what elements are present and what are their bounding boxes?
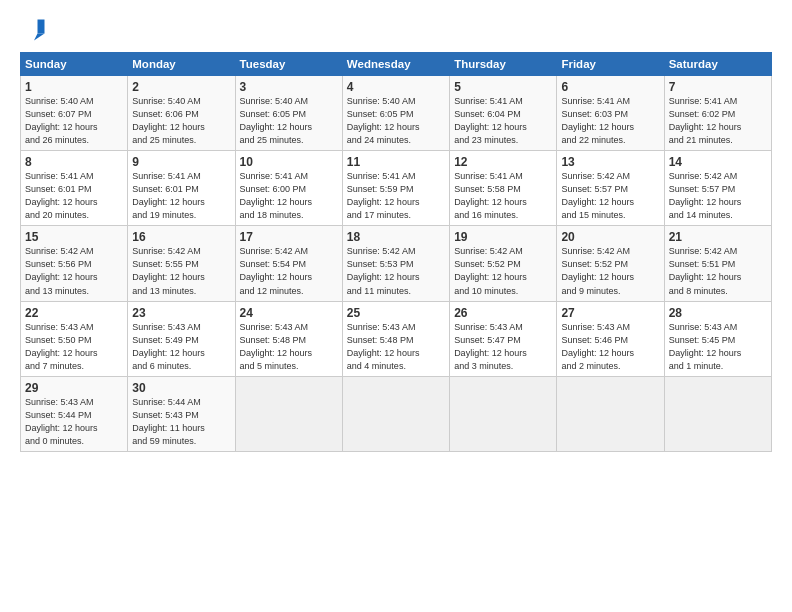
day-number: 4 — [347, 80, 445, 94]
day-number: 8 — [25, 155, 123, 169]
day-number: 14 — [669, 155, 767, 169]
logo-icon — [20, 16, 48, 44]
day-number: 23 — [132, 306, 230, 320]
calendar-cell: 15Sunrise: 5:42 AM Sunset: 5:56 PM Dayli… — [21, 226, 128, 301]
svg-marker-1 — [34, 34, 45, 41]
svg-marker-0 — [38, 20, 45, 34]
day-info: Sunrise: 5:41 AM Sunset: 5:59 PM Dayligh… — [347, 170, 445, 222]
calendar-cell: 18Sunrise: 5:42 AM Sunset: 5:53 PM Dayli… — [342, 226, 449, 301]
day-info: Sunrise: 5:42 AM Sunset: 5:53 PM Dayligh… — [347, 245, 445, 297]
day-info: Sunrise: 5:43 AM Sunset: 5:50 PM Dayligh… — [25, 321, 123, 373]
day-info: Sunrise: 5:42 AM Sunset: 5:57 PM Dayligh… — [669, 170, 767, 222]
calendar-cell: 16Sunrise: 5:42 AM Sunset: 5:55 PM Dayli… — [128, 226, 235, 301]
day-number: 2 — [132, 80, 230, 94]
calendar-cell: 14Sunrise: 5:42 AM Sunset: 5:57 PM Dayli… — [664, 151, 771, 226]
day-number: 9 — [132, 155, 230, 169]
week-row-0: 1Sunrise: 5:40 AM Sunset: 6:07 PM Daylig… — [21, 76, 772, 151]
calendar-cell: 26Sunrise: 5:43 AM Sunset: 5:47 PM Dayli… — [450, 301, 557, 376]
calendar-cell: 29Sunrise: 5:43 AM Sunset: 5:44 PM Dayli… — [21, 376, 128, 451]
calendar-cell — [342, 376, 449, 451]
calendar-cell: 28Sunrise: 5:43 AM Sunset: 5:45 PM Dayli… — [664, 301, 771, 376]
day-info: Sunrise: 5:42 AM Sunset: 5:57 PM Dayligh… — [561, 170, 659, 222]
col-friday: Friday — [557, 53, 664, 76]
header-row: Sunday Monday Tuesday Wednesday Thursday… — [21, 53, 772, 76]
day-number: 17 — [240, 230, 338, 244]
day-info: Sunrise: 5:43 AM Sunset: 5:46 PM Dayligh… — [561, 321, 659, 373]
col-tuesday: Tuesday — [235, 53, 342, 76]
calendar-cell — [450, 376, 557, 451]
col-wednesday: Wednesday — [342, 53, 449, 76]
calendar-cell: 5Sunrise: 5:41 AM Sunset: 6:04 PM Daylig… — [450, 76, 557, 151]
day-number: 1 — [25, 80, 123, 94]
day-info: Sunrise: 5:43 AM Sunset: 5:49 PM Dayligh… — [132, 321, 230, 373]
day-info: Sunrise: 5:44 AM Sunset: 5:43 PM Dayligh… — [132, 396, 230, 448]
calendar-cell: 30Sunrise: 5:44 AM Sunset: 5:43 PM Dayli… — [128, 376, 235, 451]
day-info: Sunrise: 5:40 AM Sunset: 6:05 PM Dayligh… — [347, 95, 445, 147]
calendar-cell: 11Sunrise: 5:41 AM Sunset: 5:59 PM Dayli… — [342, 151, 449, 226]
day-info: Sunrise: 5:41 AM Sunset: 6:04 PM Dayligh… — [454, 95, 552, 147]
day-number: 13 — [561, 155, 659, 169]
calendar-cell: 23Sunrise: 5:43 AM Sunset: 5:49 PM Dayli… — [128, 301, 235, 376]
calendar-cell: 3Sunrise: 5:40 AM Sunset: 6:05 PM Daylig… — [235, 76, 342, 151]
calendar-cell — [557, 376, 664, 451]
col-thursday: Thursday — [450, 53, 557, 76]
day-number: 6 — [561, 80, 659, 94]
day-info: Sunrise: 5:43 AM Sunset: 5:44 PM Dayligh… — [25, 396, 123, 448]
day-number: 18 — [347, 230, 445, 244]
logo — [20, 16, 52, 44]
day-info: Sunrise: 5:43 AM Sunset: 5:47 PM Dayligh… — [454, 321, 552, 373]
col-sunday: Sunday — [21, 53, 128, 76]
day-info: Sunrise: 5:42 AM Sunset: 5:56 PM Dayligh… — [25, 245, 123, 297]
day-info: Sunrise: 5:42 AM Sunset: 5:55 PM Dayligh… — [132, 245, 230, 297]
calendar-cell: 9Sunrise: 5:41 AM Sunset: 6:01 PM Daylig… — [128, 151, 235, 226]
day-info: Sunrise: 5:42 AM Sunset: 5:52 PM Dayligh… — [561, 245, 659, 297]
week-row-4: 29Sunrise: 5:43 AM Sunset: 5:44 PM Dayli… — [21, 376, 772, 451]
day-number: 30 — [132, 381, 230, 395]
week-row-2: 15Sunrise: 5:42 AM Sunset: 5:56 PM Dayli… — [21, 226, 772, 301]
day-number: 28 — [669, 306, 767, 320]
week-row-1: 8Sunrise: 5:41 AM Sunset: 6:01 PM Daylig… — [21, 151, 772, 226]
day-info: Sunrise: 5:42 AM Sunset: 5:52 PM Dayligh… — [454, 245, 552, 297]
day-info: Sunrise: 5:41 AM Sunset: 6:02 PM Dayligh… — [669, 95, 767, 147]
week-row-3: 22Sunrise: 5:43 AM Sunset: 5:50 PM Dayli… — [21, 301, 772, 376]
day-info: Sunrise: 5:41 AM Sunset: 6:01 PM Dayligh… — [132, 170, 230, 222]
day-number: 22 — [25, 306, 123, 320]
col-monday: Monday — [128, 53, 235, 76]
day-number: 27 — [561, 306, 659, 320]
day-number: 10 — [240, 155, 338, 169]
day-number: 20 — [561, 230, 659, 244]
day-number: 19 — [454, 230, 552, 244]
day-number: 25 — [347, 306, 445, 320]
calendar-cell: 7Sunrise: 5:41 AM Sunset: 6:02 PM Daylig… — [664, 76, 771, 151]
day-info: Sunrise: 5:41 AM Sunset: 5:58 PM Dayligh… — [454, 170, 552, 222]
day-info: Sunrise: 5:41 AM Sunset: 6:01 PM Dayligh… — [25, 170, 123, 222]
day-number: 12 — [454, 155, 552, 169]
calendar-cell: 27Sunrise: 5:43 AM Sunset: 5:46 PM Dayli… — [557, 301, 664, 376]
day-number: 3 — [240, 80, 338, 94]
day-info: Sunrise: 5:41 AM Sunset: 6:03 PM Dayligh… — [561, 95, 659, 147]
header — [20, 16, 772, 44]
day-number: 15 — [25, 230, 123, 244]
calendar-cell: 8Sunrise: 5:41 AM Sunset: 6:01 PM Daylig… — [21, 151, 128, 226]
day-number: 29 — [25, 381, 123, 395]
calendar-cell: 2Sunrise: 5:40 AM Sunset: 6:06 PM Daylig… — [128, 76, 235, 151]
day-number: 26 — [454, 306, 552, 320]
day-number: 24 — [240, 306, 338, 320]
calendar-cell: 20Sunrise: 5:42 AM Sunset: 5:52 PM Dayli… — [557, 226, 664, 301]
day-number: 16 — [132, 230, 230, 244]
day-info: Sunrise: 5:42 AM Sunset: 5:51 PM Dayligh… — [669, 245, 767, 297]
day-number: 5 — [454, 80, 552, 94]
day-info: Sunrise: 5:41 AM Sunset: 6:00 PM Dayligh… — [240, 170, 338, 222]
calendar-cell — [664, 376, 771, 451]
calendar-cell: 21Sunrise: 5:42 AM Sunset: 5:51 PM Dayli… — [664, 226, 771, 301]
day-number: 11 — [347, 155, 445, 169]
calendar-cell: 4Sunrise: 5:40 AM Sunset: 6:05 PM Daylig… — [342, 76, 449, 151]
day-number: 21 — [669, 230, 767, 244]
calendar-cell: 25Sunrise: 5:43 AM Sunset: 5:48 PM Dayli… — [342, 301, 449, 376]
day-info: Sunrise: 5:42 AM Sunset: 5:54 PM Dayligh… — [240, 245, 338, 297]
col-saturday: Saturday — [664, 53, 771, 76]
day-info: Sunrise: 5:43 AM Sunset: 5:48 PM Dayligh… — [347, 321, 445, 373]
calendar-page: Sunday Monday Tuesday Wednesday Thursday… — [0, 0, 792, 612]
day-number: 7 — [669, 80, 767, 94]
calendar-cell: 19Sunrise: 5:42 AM Sunset: 5:52 PM Dayli… — [450, 226, 557, 301]
